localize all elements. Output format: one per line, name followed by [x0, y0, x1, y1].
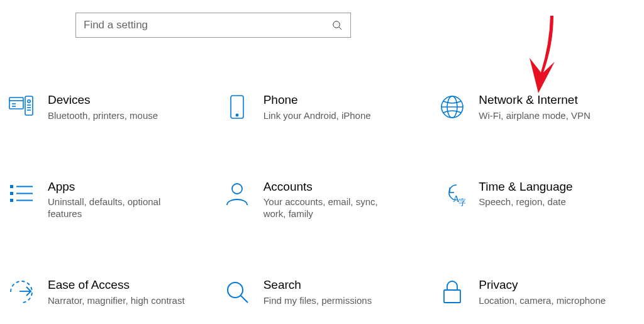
- settings-search-box[interactable]: [75, 13, 351, 38]
- tile-desc: Uninstall, defaults, optional features: [48, 196, 186, 220]
- tile-title: Ease of Access: [48, 278, 185, 293]
- tile-desc: Bluetooth, printers, mouse: [48, 110, 158, 122]
- tile-desc: Location, camera, microphone: [479, 295, 606, 307]
- tile-apps[interactable]: Apps Uninstall, defaults, optional featu…: [8, 180, 206, 220]
- svg-rect-6: [25, 96, 33, 115]
- tile-desc: Find my files, permissions: [264, 295, 372, 307]
- tile-desc: Link your Android, iPhone: [264, 110, 371, 122]
- tile-title: Privacy: [479, 278, 606, 293]
- search-input[interactable]: [82, 18, 330, 32]
- tile-desc: Narrator, magnifier, high contrast: [48, 295, 185, 307]
- annotation-arrow: [522, 13, 560, 94]
- tile-privacy[interactable]: Privacy Location, camera, microphone: [438, 278, 636, 307]
- tile-title: Search: [264, 278, 372, 293]
- tile-devices[interactable]: Devices Bluetooth, printers, mouse: [8, 93, 206, 122]
- svg-line-29: [241, 296, 248, 303]
- ease-of-access-icon: [8, 278, 35, 306]
- devices-icon: [8, 93, 35, 121]
- time-language-icon: A 字: [438, 180, 466, 208]
- tile-accounts[interactable]: Accounts Your accounts, email, sync, wor…: [223, 180, 421, 220]
- svg-point-0: [333, 21, 340, 28]
- person-icon: [223, 180, 251, 208]
- svg-line-1: [339, 27, 341, 30]
- svg-rect-30: [444, 290, 460, 303]
- svg-text:字: 字: [458, 198, 465, 206]
- search-icon: [330, 18, 344, 32]
- tile-ease-of-access[interactable]: Ease of Access Narrator, magnifier, high…: [8, 278, 206, 307]
- phone-icon: [223, 93, 251, 121]
- svg-point-28: [228, 282, 243, 298]
- lock-icon: [438, 278, 466, 306]
- magnifier-icon: [223, 278, 251, 306]
- tile-title: Devices: [48, 93, 158, 108]
- tile-desc: Speech, region, date: [479, 196, 572, 208]
- tile-title: Time & Language: [479, 180, 572, 194]
- settings-grid: Devices Bluetooth, printers, mouse Phone…: [8, 93, 636, 306]
- tile-phone[interactable]: Phone Link your Android, iPhone: [223, 93, 421, 122]
- svg-rect-2: [9, 98, 23, 109]
- apps-list-icon: [8, 180, 35, 208]
- svg-point-12: [236, 114, 238, 116]
- tile-title: Apps: [48, 180, 186, 194]
- globe-icon: [438, 93, 466, 121]
- svg-rect-16: [10, 185, 13, 188]
- tile-network-internet[interactable]: Network & Internet Wi-Fi, airplane mode,…: [438, 93, 636, 122]
- tile-desc: Your accounts, email, sync, work, family: [264, 196, 402, 220]
- tile-desc: Wi-Fi, airplane mode, VPN: [479, 110, 591, 122]
- svg-point-7: [28, 100, 30, 103]
- tile-title: Phone: [264, 93, 371, 108]
- svg-rect-18: [10, 199, 13, 202]
- svg-rect-17: [10, 192, 13, 195]
- tile-search[interactable]: Search Find my files, permissions: [223, 278, 421, 307]
- tile-time-language[interactable]: A 字 Time & Language Speech, region, date: [438, 180, 636, 220]
- svg-point-22: [232, 184, 242, 194]
- tile-title: Network & Internet: [479, 93, 591, 108]
- tile-title: Accounts: [264, 180, 402, 194]
